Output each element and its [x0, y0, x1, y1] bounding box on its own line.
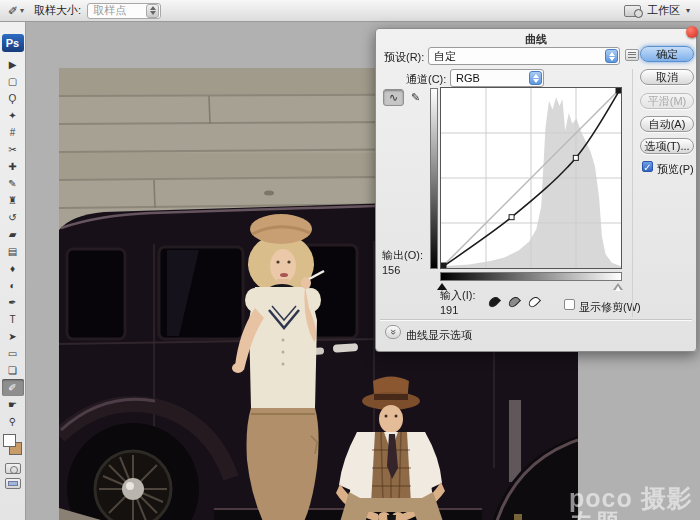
curve-graph[interactable]	[440, 87, 622, 269]
smooth-button[interactable]: 平滑(M)	[640, 93, 694, 109]
cancel-button[interactable]: 取消	[640, 69, 694, 85]
sample-size-label: 取样大小:	[34, 3, 81, 18]
preview-checkbox[interactable]: ✓	[642, 161, 653, 172]
channel-select[interactable]: RGB	[450, 69, 544, 87]
white-point-eyedropper[interactable]	[527, 295, 541, 309]
clone-stamp-tool[interactable]: ♜	[2, 192, 24, 209]
workspace-label[interactable]: 工作区	[647, 3, 680, 18]
dodge-tool[interactable]: ◐	[2, 277, 24, 294]
show-clipping-checkbox[interactable]	[564, 299, 575, 310]
curves-dialog: 曲线 预设(R): 自定 通道(C): RGB ∿ ✎ 输出(O): 156 输…	[375, 28, 697, 352]
hand-tool[interactable]: ☛	[2, 396, 24, 413]
curve-pencil-mode-button[interactable]: ✎	[405, 89, 426, 106]
curve-endpoint[interactable]	[441, 263, 446, 268]
options-bar: ✐ ▾ 取样大小: 取样点 工作区 ▾	[0, 0, 700, 22]
foreground-color-swatch[interactable]	[3, 434, 16, 447]
workspace-caret-icon[interactable]: ▾	[686, 6, 690, 15]
color-swatches	[1, 433, 25, 459]
marquee-tool[interactable]: ▢	[2, 73, 24, 90]
healing-brush-tool[interactable]: ✚	[2, 158, 24, 175]
input-gradient-bar	[440, 272, 622, 281]
curve-point-mode-button[interactable]: ∿	[383, 89, 404, 106]
input-label: 输入(I):	[440, 288, 475, 303]
ps-logo: Ps	[2, 34, 24, 52]
auto-button[interactable]: 自动(A)	[640, 116, 694, 132]
input-value: 191	[440, 304, 458, 316]
display-options-disclosure-button[interactable]: »	[385, 325, 401, 339]
options-button[interactable]: 选项(T)...	[640, 138, 694, 154]
preview-label: 预览(P)	[657, 162, 694, 177]
quick-selection-tool[interactable]: ✦	[2, 107, 24, 124]
path-selection-tool[interactable]: ➤	[2, 328, 24, 345]
sample-size-select[interactable]: 取样点	[87, 3, 161, 19]
shape-tool[interactable]: ▭	[2, 345, 24, 362]
crop-tool[interactable]: #	[2, 124, 24, 141]
pencil-icon: ✎	[411, 91, 420, 104]
move-tool[interactable]: ▶	[2, 56, 24, 73]
skirt	[247, 408, 319, 520]
preset-value: 自定	[429, 49, 605, 64]
watermark-brand: poco 摄影专题	[569, 486, 700, 520]
black-point-eyedropper[interactable]	[487, 295, 501, 309]
screen-mode-button[interactable]	[5, 478, 21, 489]
preset-select[interactable]: 自定	[428, 47, 620, 65]
chevron-double-icon: »	[388, 329, 398, 335]
divider	[632, 69, 633, 317]
eyedropper-tool[interactable]: ✐	[2, 379, 24, 396]
tool-list: ▶▢Ϙ✦#✂✚✎♜↺▰▤♦◐✒T➤▭❏✐☛⚲	[2, 56, 24, 430]
eyedropper-icon[interactable]: ✐	[8, 4, 18, 18]
output-label: 输出(O):	[382, 248, 423, 263]
stepper-icon	[529, 71, 542, 85]
tool-caret-icon[interactable]: ▾	[20, 6, 24, 15]
channel-label: 通道(C):	[406, 72, 446, 87]
watermark: poco 摄影专题 http://photo.poco.cn/	[569, 486, 700, 520]
stepper-icon	[605, 49, 618, 63]
zoom-tool[interactable]: ⚲	[2, 413, 24, 430]
menu-lines-icon	[628, 52, 636, 58]
toolbar: Ps ▶▢Ϙ✦#✂✚✎♜↺▰▤♦◐✒T➤▭❏✐☛⚲	[0, 22, 26, 520]
output-value: 156	[382, 264, 400, 276]
gray-point-eyedropper[interactable]	[507, 295, 521, 309]
pen-tool[interactable]: ✒	[2, 294, 24, 311]
slice-tool[interactable]: ✂	[2, 141, 24, 158]
notes-tool[interactable]: ❏	[2, 362, 24, 379]
history-brush-tool[interactable]: ↺	[2, 209, 24, 226]
channel-value: RGB	[451, 72, 529, 84]
blur-tool[interactable]: ♦	[2, 260, 24, 277]
curve-icon: ∿	[389, 91, 398, 104]
divider	[380, 319, 692, 321]
curve-endpoint[interactable]	[616, 88, 621, 93]
curve-control-point[interactable]	[509, 215, 514, 220]
output-gradient-bar	[430, 88, 438, 269]
preset-options-button[interactable]	[625, 49, 639, 61]
red-marker-dot	[686, 26, 698, 38]
quick-mask-button[interactable]	[5, 463, 21, 474]
curve-plot[interactable]	[441, 88, 621, 268]
sample-size-value: 取样点	[88, 3, 146, 18]
eraser-tool[interactable]: ▰	[2, 226, 24, 243]
stepper-icon	[146, 4, 159, 18]
preset-label: 预设(R):	[384, 50, 424, 65]
workspace-icon[interactable]	[624, 5, 641, 17]
brush-tool[interactable]: ✎	[2, 175, 24, 192]
ok-button[interactable]: 确定	[640, 46, 694, 62]
gradient-tool[interactable]: ▤	[2, 243, 24, 260]
display-options-label: 曲线显示选项	[406, 328, 472, 343]
type-tool[interactable]: T	[2, 311, 24, 328]
dialog-title: 曲线	[376, 32, 696, 47]
curve-control-point[interactable]	[573, 155, 578, 160]
lasso-tool[interactable]: Ϙ	[2, 90, 24, 107]
check-icon: ✓	[643, 162, 651, 173]
highlight-input-slider[interactable]	[613, 283, 623, 290]
